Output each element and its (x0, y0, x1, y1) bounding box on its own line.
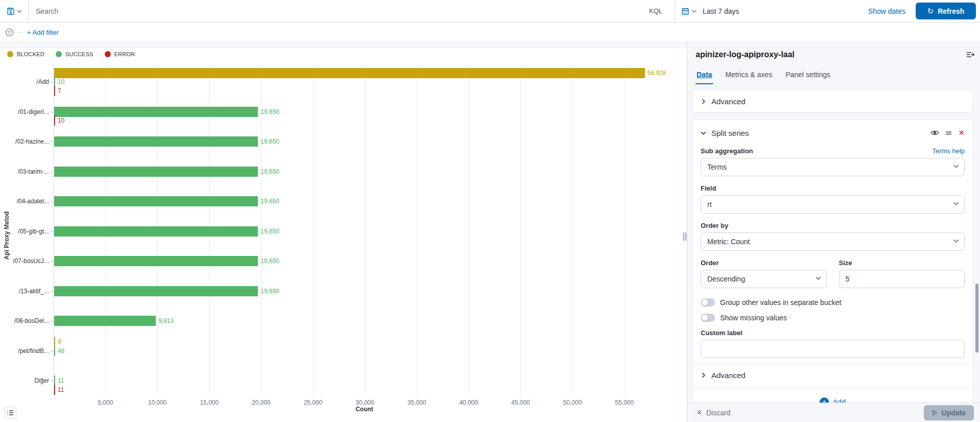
terms-help-link[interactable]: Terms help (932, 147, 965, 155)
show-missing-values-toggle[interactable]: Show missing values (701, 314, 965, 322)
bar-value-label: 48 (58, 347, 64, 355)
gridline (313, 63, 314, 396)
bar-value-label: 10 (58, 78, 64, 85)
group-other-values-toggle[interactable]: Group other values in separate bucket (701, 298, 965, 307)
accordion-label: Advanced (711, 97, 746, 106)
bar-success[interactable] (54, 346, 55, 356)
gridline (520, 63, 521, 396)
split-series-header[interactable]: Split series ✕ (701, 126, 965, 140)
scrollbar-thumb[interactable] (975, 284, 978, 353)
bar-value-label: 19,650 (260, 288, 279, 295)
y-axis-tick (51, 142, 53, 142)
y-axis-tick (51, 172, 53, 172)
bar-value-label: 11 (58, 377, 64, 384)
y-axis-category-label: /04-adalet... (2, 198, 49, 205)
add-filter-link[interactable]: + Add filter (27, 29, 59, 36)
bar-error[interactable] (54, 115, 55, 126)
refresh-icon: ↻ (927, 7, 934, 16)
drag-handle-icon[interactable] (945, 131, 952, 135)
toggle-switch-off (701, 298, 715, 307)
gridline (365, 63, 366, 396)
close-icon: ✕ (697, 409, 702, 416)
chevron-right-icon (701, 99, 706, 104)
editor-footer: ✕ Discard Update (687, 403, 980, 422)
split-series-card: Split series ✕ Sub aggregation (692, 120, 973, 415)
bar-success[interactable] (54, 196, 258, 206)
custom-label-label: Custom label (701, 329, 743, 337)
field-select[interactable]: rt (701, 195, 965, 214)
chevron-down-icon (691, 10, 697, 13)
bar-error[interactable] (54, 86, 55, 96)
bar-success[interactable] (54, 226, 258, 237)
show-dates-link[interactable]: Show dates (868, 7, 905, 15)
x-axis-tick-label: 50,000 (563, 399, 582, 406)
panel-resizer-handle[interactable] (683, 231, 687, 242)
x-axis-tick-label: 10,000 (148, 399, 167, 406)
time-range-value[interactable]: Last 7 days (703, 7, 864, 15)
bar-success[interactable] (54, 256, 258, 266)
toggle-switch-off (701, 314, 715, 322)
y-axis-tick (51, 82, 53, 82)
bar-chart-plot: 5,00010,00015,00020,00025,00030,00035,00… (0, 48, 687, 422)
accordion-label: Advanced (711, 371, 746, 380)
order-by-select[interactable]: Metric: Count (701, 232, 965, 251)
x-axis-tick-label: 25,000 (304, 399, 323, 406)
saved-query-menu-button[interactable] (0, 0, 29, 22)
tab-metrics-axes[interactable]: Metrics & axes (724, 67, 773, 84)
x-axis-tick-label: 55,000 (615, 399, 634, 406)
legend-toggle-button[interactable] (4, 407, 16, 419)
bar-blocked[interactable] (54, 68, 645, 78)
collapse-sidebar-icon[interactable] (966, 51, 975, 58)
bar-success[interactable] (54, 167, 258, 177)
y-axis-category-label: /03-tarim-... (2, 168, 49, 175)
play-icon (932, 410, 938, 416)
bar-error[interactable] (54, 385, 55, 395)
sub-aggregation-select[interactable]: Terms (701, 158, 965, 176)
panel-title: apinizer-log-apiproxy-laal (696, 50, 795, 59)
y-axis-category-label: /Add (2, 78, 49, 85)
date-picker: Last 7 days Show dates (675, 0, 914, 22)
refresh-button[interactable]: ↻ Refresh (916, 3, 976, 19)
remove-series-icon[interactable]: ✕ (958, 128, 965, 137)
bar-value-label: 56,928 (648, 69, 666, 77)
discard-button[interactable]: ✕ Discard (697, 409, 924, 417)
calendar-menu-button[interactable] (680, 7, 699, 15)
filter-icon[interactable] (5, 28, 14, 37)
kql-button[interactable]: KQL (644, 7, 667, 15)
tab-panel-settings[interactable]: Panel settings (784, 67, 831, 84)
y-axis-tick (51, 351, 53, 351)
toggle-label: Group other values in separate bucket (720, 298, 841, 307)
gridline (625, 63, 625, 396)
visibility-eye-icon[interactable] (930, 130, 939, 136)
chevron-down-icon (953, 165, 959, 168)
order-select[interactable]: Descending (701, 270, 827, 288)
bar-success[interactable] (54, 316, 156, 326)
gridline (572, 63, 573, 396)
chevron-down-icon (816, 276, 821, 280)
query-toolbar: KQL Last 7 days Show dates ↻ Refresh (0, 0, 980, 22)
bar-value-label: 19,650 (260, 108, 279, 115)
bar-success[interactable] (54, 136, 258, 147)
size-input[interactable] (839, 270, 965, 288)
y-axis-tick (51, 201, 53, 202)
tab-data[interactable]: Data (696, 67, 713, 84)
update-button-disabled[interactable]: Update (924, 405, 974, 420)
y-axis-tick (51, 231, 53, 232)
order-by-label: Order by (701, 222, 728, 229)
bar-value-label: 19,650 (260, 257, 279, 265)
toggle-label: Show missing values (720, 314, 787, 322)
x-axis-tick-label: 30,000 (355, 399, 374, 406)
advanced-accordion-bottom[interactable]: Advanced (701, 364, 965, 386)
custom-label-input[interactable] (701, 340, 965, 358)
size-label: Size (839, 259, 852, 267)
y-axis-tick (51, 261, 53, 262)
search-input[interactable] (36, 7, 644, 15)
bar-success[interactable] (54, 286, 258, 296)
app-window: KQL Last 7 days Show dates ↻ Refresh (0, 0, 980, 422)
y-axis-category-label: /06-bosDel... (2, 317, 49, 324)
y-axis-tick (51, 112, 53, 112)
advanced-accordion-top[interactable]: Advanced (692, 90, 973, 112)
main-content: BLOCKED SUCCESS ERROR Api Proxy Metod 5,… (0, 42, 980, 422)
bar-success[interactable] (54, 107, 258, 117)
bar-value-label: 7 (58, 87, 61, 95)
